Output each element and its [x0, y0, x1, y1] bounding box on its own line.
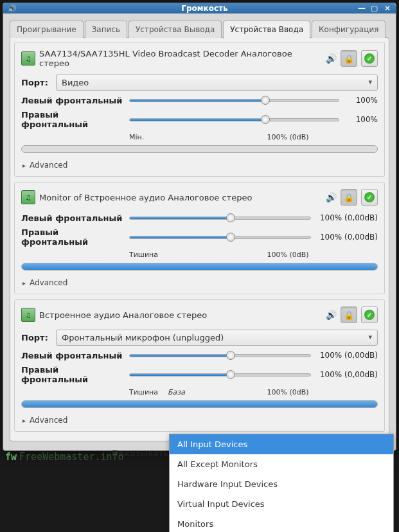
chevron-right-icon: ▸ [22, 417, 26, 424]
chevron-right-icon: ▸ [22, 162, 26, 169]
window-title: Громкость [17, 4, 392, 13]
device-card: ♫ Monitor of Встроенное аудио Аналоговое… [14, 182, 385, 294]
watermark: fw FreeWebmaster.info [5, 451, 124, 463]
channel-slider[interactable] [129, 94, 339, 106]
check-icon: ✓ [364, 310, 375, 320]
channel-slider[interactable] [129, 231, 311, 243]
app-icon: 🔊 [7, 3, 17, 13]
mute-icon[interactable]: 🔊 [326, 192, 337, 202]
check-icon: ✓ [364, 53, 375, 64]
chevron-right-icon: ▸ [22, 279, 26, 287]
dropdown-item[interactable]: Monitors [170, 514, 393, 532]
advanced-expander[interactable]: ▸ Advanced [21, 413, 378, 427]
maximize-button[interactable]: ▢ [369, 3, 380, 13]
titlebar[interactable]: 🔊 Громкость — ▢ ✕ [3, 3, 396, 13]
lock-icon: 🔒 [344, 54, 354, 64]
sound-card-icon: ♫ [21, 308, 35, 322]
channel-label: Левый фронтальный [21, 213, 124, 223]
dropdown-item[interactable]: Virtual Input Devices [170, 494, 393, 514]
channel-label: Левый фронтальный [21, 96, 124, 105]
channel-slider[interactable] [129, 114, 339, 125]
channel-label: Правый фронтальный [21, 110, 124, 129]
scale-row: Мін. 100% (0dB) [129, 133, 378, 141]
channel-label: Левый фронтальный [21, 351, 124, 360]
check-icon: ✓ [364, 192, 375, 202]
tab-pane: ♫ SAA7134/SAA7135HL Video Broadcast Deco… [10, 37, 389, 441]
set-default-button[interactable]: ✓ [361, 50, 378, 67]
dropdown-item[interactable]: Hardware Input Devices [170, 474, 393, 494]
channel-slider[interactable] [129, 369, 311, 380]
tab-bar: Проигрывание Запись Устройства Вывода Ус… [10, 20, 389, 38]
device-name: Monitor of Встроенное аудио Аналоговое с… [39, 193, 322, 202]
device-name: Встроенное аудио Аналоговое стерео [39, 310, 322, 320]
channel-value: 100% (0,00dB) [316, 351, 378, 360]
lock-icon: 🔒 [344, 193, 354, 202]
scale-row: Тишина База 100% (0dB) [129, 388, 378, 396]
dropdown-item[interactable]: All Input Devices [170, 434, 393, 454]
channel-slider[interactable] [129, 350, 311, 361]
tab-configuration[interactable]: Конфигурация [312, 21, 386, 38]
close-button[interactable]: ✕ [382, 3, 393, 13]
dropdown-item[interactable]: All Except Monitors [170, 454, 393, 474]
device-card: ♫ SAA7134/SAA7135HL Video Broadcast Deco… [14, 42, 385, 177]
sound-card-icon: ♫ [21, 190, 35, 204]
tab-record[interactable]: Запись [85, 21, 127, 38]
port-label: Порт: [21, 78, 51, 87]
minimize-button[interactable]: — [356, 3, 368, 13]
advanced-expander[interactable]: ▸ Advanced [21, 276, 378, 290]
vu-meter [21, 263, 378, 270]
scale-row: Тишина 100% (0dB) [129, 251, 378, 259]
channel-slider[interactable] [129, 212, 311, 224]
channel-value: 100% (0,00dB) [316, 233, 378, 242]
port-label: Порт: [21, 333, 51, 342]
device-card: ♫ Встроенное аудио Аналоговое стерео 🔊 🔒… [14, 299, 385, 432]
advanced-expander[interactable]: ▸ Advanced [21, 158, 378, 172]
port-combo[interactable]: Фронтальный микрофон (unplugged) [56, 330, 378, 346]
tab-playback[interactable]: Проигрывание [10, 21, 84, 38]
set-default-button[interactable]: ✓ [361, 306, 378, 323]
channel-value: 100% (0,00dB) [316, 370, 378, 379]
channel-value: 100% [344, 96, 378, 105]
lock-channels-button[interactable]: 🔒 [341, 189, 357, 206]
set-default-button[interactable]: ✓ [361, 189, 378, 206]
show-dropdown-menu: All Input Devices All Except Monitors Ha… [169, 434, 394, 532]
lock-channels-button[interactable]: 🔒 [341, 50, 357, 67]
channel-value: 100% (0,00dB) [316, 213, 378, 222]
mute-icon[interactable]: 🔊 [326, 310, 337, 320]
tab-input-devices[interactable]: Устройства Ввода [223, 21, 310, 39]
channel-label: Правый фронтальный [21, 365, 124, 384]
lock-icon: 🔒 [344, 310, 354, 320]
tab-output-devices[interactable]: Устройства Вывода [129, 21, 222, 38]
sound-card-icon: ♫ [21, 51, 35, 66]
vu-meter [21, 400, 378, 408]
lock-channels-button[interactable]: 🔒 [341, 306, 357, 323]
mute-icon[interactable]: 🔊 [326, 53, 337, 64]
port-combo[interactable]: Видео [56, 75, 378, 91]
channel-value: 100% [344, 115, 378, 124]
channel-label: Правый фронтальный [21, 227, 124, 247]
vu-meter [21, 145, 378, 153]
device-name: SAA7134/SAA7135HL Video Broadcast Decode… [39, 49, 322, 68]
